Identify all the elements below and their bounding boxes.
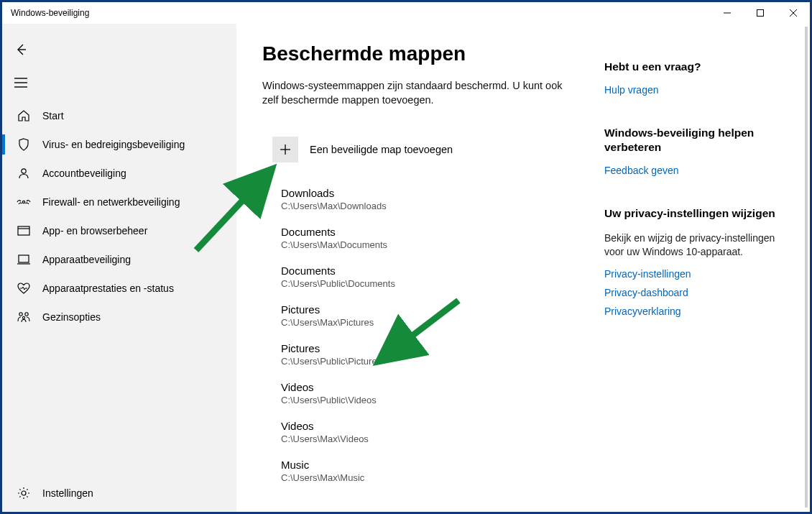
back-button[interactable] — [6, 35, 35, 64]
folder-name: Documents — [281, 265, 580, 277]
nav-list: Start Virus- en bedreigingsbeveiliging A… — [2, 101, 236, 479]
protected-folder-list: Downloads C:\Users\Max\Downloads Documen… — [281, 187, 580, 483]
folder-name: Pictures — [281, 303, 580, 316]
folder-path: C:\Users\Max\Music — [281, 472, 580, 483]
folder-item[interactable]: Pictures C:\Users\Max\Pictures — [281, 303, 580, 328]
svg-point-14 — [19, 313, 22, 316]
folder-path: C:\Users\Max\Documents — [281, 239, 580, 250]
family-icon — [17, 310, 31, 324]
app-icon — [17, 224, 31, 238]
folder-item[interactable]: Videos C:\Users\Public\Videos — [281, 381, 580, 405]
title-bar: Windows-beveiliging — [2, 2, 810, 24]
folder-item[interactable]: Documents C:\Users\Max\Documents — [281, 226, 580, 250]
close-button[interactable] — [777, 2, 810, 24]
nav-label: Start — [42, 110, 64, 121]
privacy-settings-link[interactable]: Privacy-instellingen — [604, 268, 790, 280]
svg-rect-12 — [19, 255, 29, 262]
main-panel: Beschermde mappen Windows-systeemmappen … — [236, 24, 810, 512]
folder-name: Music — [281, 459, 580, 471]
add-label: Een beveiligde map toevoegen — [310, 144, 453, 155]
nav-item-start[interactable]: Start — [2, 101, 236, 130]
nav-item-family[interactable]: Gezinsopties — [2, 303, 236, 331]
nav-label: Apparaatprestaties en -status — [42, 283, 174, 294]
nav-label: Instellingen — [42, 487, 93, 499]
nav-item-settings[interactable]: Instellingen — [2, 479, 236, 508]
privacy-statement-link[interactable]: Privacyverklaring — [604, 306, 790, 317]
page-heading: Beschermde mappen — [262, 42, 580, 65]
svg-point-9 — [22, 201, 24, 203]
network-icon — [17, 195, 31, 209]
nav-label: Virus- en bedreigingsbeveiliging — [42, 139, 185, 150]
svg-rect-1 — [757, 10, 764, 17]
folder-path: C:\Users\Public\Documents — [281, 278, 580, 289]
window-title: Windows-beveiliging — [11, 8, 89, 18]
nav-label: Gezinsopties — [42, 311, 101, 323]
folder-item[interactable]: Documents C:\Users\Public\Documents — [281, 265, 580, 289]
shield-icon — [17, 137, 31, 152]
folder-item[interactable]: Music C:\Users\Max\Music — [281, 459, 580, 483]
nav-label: Apparaatbeveiliging — [42, 254, 131, 265]
aside-privacy-heading: Uw privacy-instellingen wijzigen — [604, 206, 790, 221]
nav-label: Firewall- en netwerkbeveiliging — [42, 196, 180, 208]
svg-point-15 — [25, 313, 28, 316]
hamburger-button[interactable] — [6, 68, 35, 97]
folder-name: Pictures — [281, 342, 580, 354]
folder-name: Videos — [281, 381, 580, 393]
folder-item[interactable]: Videos C:\Users\Max\Videos — [281, 420, 580, 444]
close-icon — [790, 9, 797, 17]
folder-path: C:\Users\Public\Pictures — [281, 356, 580, 367]
device-icon — [17, 252, 31, 267]
gear-icon — [17, 486, 31, 500]
window-controls — [711, 2, 810, 24]
minimize-icon — [724, 9, 731, 17]
folder-path: C:\Users\Public\Videos — [281, 395, 580, 405]
arrow-left-icon — [14, 43, 27, 56]
folder-item[interactable]: Downloads C:\Users\Max\Downloads — [281, 187, 580, 211]
nav-item-virus[interactable]: Virus- en bedreigingsbeveiliging — [2, 130, 236, 159]
maximize-button[interactable] — [744, 2, 777, 24]
folder-name: Documents — [281, 226, 580, 238]
plus-icon — [279, 143, 292, 156]
nav-label: App- en browserbeheer — [42, 225, 147, 237]
maximize-icon — [757, 9, 764, 17]
page-subheading: Windows-systeemmappen zijn standaard bes… — [262, 78, 564, 108]
folder-path: C:\Users\Max\Videos — [281, 433, 580, 444]
folder-name: Downloads — [281, 187, 580, 199]
minimize-button[interactable] — [711, 2, 744, 24]
privacy-dashboard-link[interactable]: Privacy-dashboard — [604, 287, 790, 298]
aside-question-heading: Hebt u een vraag? — [604, 60, 790, 74]
folder-item[interactable]: Pictures C:\Users\Public\Pictures — [281, 342, 580, 367]
home-icon — [17, 109, 31, 123]
folder-path: C:\Users\Max\Downloads — [281, 201, 580, 211]
aside-feedback-heading: Windows-beveiliging helpen verbeteren — [604, 126, 790, 155]
content-scroll[interactable]: Beschermde mappen Windows-systeemmappen … — [236, 24, 594, 512]
svg-point-8 — [22, 169, 26, 173]
scrollbar[interactable] — [805, 27, 808, 508]
svg-point-17 — [22, 491, 26, 495]
hamburger-icon — [14, 78, 27, 88]
sidebar: Start Virus- en bedreigingsbeveiliging A… — [2, 24, 236, 512]
nav-item-account[interactable]: Accountbeveiliging — [2, 159, 236, 188]
plus-button[interactable] — [272, 137, 298, 162]
aside-panel: Hebt u een vraag? Hulp vragen Windows-be… — [594, 24, 810, 512]
nav-label: Accountbeveiliging — [42, 167, 126, 179]
aside-privacy-text: Bekijk en wijzig de privacy-instellingen… — [604, 231, 790, 260]
nav-item-firewall[interactable]: Firewall- en netwerkbeveiliging — [2, 188, 236, 216]
heart-icon — [17, 281, 31, 295]
folder-name: Videos — [281, 420, 580, 432]
svg-point-16 — [22, 316, 24, 318]
nav-item-health[interactable]: Apparaatprestaties en -status — [2, 274, 236, 303]
folder-path: C:\Users\Max\Pictures — [281, 317, 580, 328]
person-icon — [17, 166, 31, 180]
help-link[interactable]: Hulp vragen — [604, 84, 790, 96]
nav-item-appbrowser[interactable]: App- en browserbeheer — [2, 216, 236, 245]
feedback-link[interactable]: Feedback geven — [604, 165, 790, 176]
add-protected-folder[interactable]: Een beveiligde map toevoegen — [272, 137, 580, 162]
svg-rect-10 — [18, 226, 29, 235]
nav-item-device[interactable]: Apparaatbeveiliging — [2, 245, 236, 274]
